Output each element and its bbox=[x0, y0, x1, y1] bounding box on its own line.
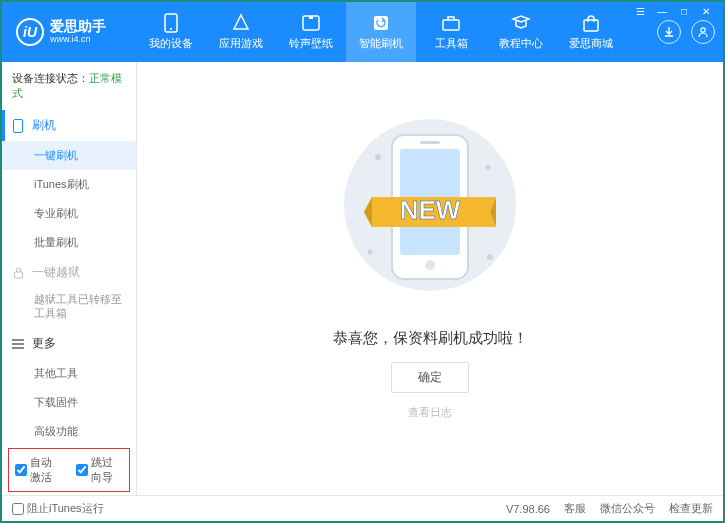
version-label: V7.98.66 bbox=[506, 503, 550, 515]
logo-icon: iU bbox=[16, 18, 44, 46]
logo-block: iU 爱思助手 www.i4.cn bbox=[16, 18, 136, 46]
nav-tutorials[interactable]: 教程中心 bbox=[486, 2, 556, 62]
maximize-icon[interactable]: □ bbox=[677, 6, 691, 17]
svg-rect-9 bbox=[14, 272, 22, 278]
svg-point-1 bbox=[170, 28, 172, 30]
nav-ringtones[interactable]: 铃声壁纸 bbox=[276, 2, 346, 62]
nav-label: 应用游戏 bbox=[219, 36, 263, 51]
svg-rect-4 bbox=[374, 16, 388, 30]
connection-status: 设备连接状态：正常模式 bbox=[2, 62, 136, 110]
new-banner-text: NEW bbox=[400, 195, 461, 225]
device-icon bbox=[160, 13, 182, 33]
section-jailbreak[interactable]: 一键越狱 bbox=[2, 257, 136, 288]
footer: 阻止iTunes运行 V7.98.66 客服 微信公众号 检查更新 bbox=[2, 495, 723, 521]
svg-point-17 bbox=[486, 165, 491, 170]
systray-icon[interactable]: ☰ bbox=[633, 6, 647, 17]
sidebar-advanced[interactable]: 高级功能 bbox=[2, 417, 136, 446]
nav-label: 爱思商城 bbox=[569, 36, 613, 51]
nav-label: 智能刷机 bbox=[359, 36, 403, 51]
check-update-link[interactable]: 检查更新 bbox=[669, 501, 713, 516]
wallpaper-icon bbox=[300, 13, 322, 33]
store-icon bbox=[580, 13, 602, 33]
svg-rect-5 bbox=[443, 20, 459, 30]
nav-store[interactable]: 爱思商城 bbox=[556, 2, 626, 62]
main-nav: 我的设备 应用游戏 铃声壁纸 智能刷机 工具箱 教程中心 bbox=[136, 2, 657, 62]
nav-label: 教程中心 bbox=[499, 36, 543, 51]
sidebar-other-tools[interactable]: 其他工具 bbox=[2, 359, 136, 388]
sidebar-one-click-flash[interactable]: 一键刷机 bbox=[2, 141, 136, 170]
section-more[interactable]: 更多 bbox=[2, 328, 136, 359]
app-title: 爱思助手 bbox=[50, 19, 106, 34]
auto-activate-checkbox[interactable]: 自动激活 bbox=[15, 455, 62, 485]
jailbreak-note: 越狱工具已转移至工具箱 bbox=[2, 288, 136, 328]
main-content: NEW 恭喜您，保资料刷机成功啦！ 确定 查看日志 bbox=[137, 62, 723, 495]
close-icon[interactable]: ✕ bbox=[699, 6, 713, 17]
svg-point-19 bbox=[368, 250, 373, 255]
sidebar-pro-flash[interactable]: 专业刷机 bbox=[2, 199, 136, 228]
sidebar: 设备连接状态：正常模式 刷机 一键刷机 iTunes刷机 专业刷机 批量刷机 一… bbox=[2, 62, 137, 495]
skip-guide-checkbox[interactable]: 跳过向导 bbox=[76, 455, 123, 485]
sidebar-batch-flash[interactable]: 批量刷机 bbox=[2, 228, 136, 257]
block-itunes-checkbox[interactable]: 阻止iTunes运行 bbox=[12, 501, 104, 516]
svg-point-7 bbox=[701, 28, 705, 32]
nav-toolbox[interactable]: 工具箱 bbox=[416, 2, 486, 62]
svg-point-16 bbox=[375, 154, 381, 160]
section-flash[interactable]: 刷机 bbox=[2, 110, 136, 141]
sidebar-itunes-flash[interactable]: iTunes刷机 bbox=[2, 170, 136, 199]
ok-button[interactable]: 确定 bbox=[391, 362, 469, 393]
download-button[interactable] bbox=[657, 20, 681, 44]
svg-point-14 bbox=[425, 260, 435, 270]
nav-label: 工具箱 bbox=[435, 36, 468, 51]
device-info[interactable]: iPhone 12 mini 64GB Down-12mini-13,1 bbox=[2, 494, 136, 495]
sidebar-download-firmware[interactable]: 下载固件 bbox=[2, 388, 136, 417]
more-icon bbox=[12, 338, 24, 350]
svg-point-18 bbox=[487, 254, 493, 260]
lock-icon bbox=[12, 267, 24, 279]
wechat-link[interactable]: 微信公众号 bbox=[600, 501, 655, 516]
nav-flash[interactable]: 智能刷机 bbox=[346, 2, 416, 62]
user-button[interactable] bbox=[691, 20, 715, 44]
svg-rect-15 bbox=[420, 141, 440, 144]
minimize-icon[interactable]: — bbox=[655, 6, 669, 17]
toolbox-icon bbox=[440, 13, 462, 33]
svg-rect-6 bbox=[584, 20, 598, 31]
success-illustration: NEW bbox=[330, 117, 530, 311]
nav-label: 我的设备 bbox=[149, 36, 193, 51]
phone-icon bbox=[12, 120, 24, 132]
options-highlight: 自动激活 跳过向导 bbox=[8, 448, 130, 492]
support-link[interactable]: 客服 bbox=[564, 501, 586, 516]
nav-apps[interactable]: 应用游戏 bbox=[206, 2, 276, 62]
nav-label: 铃声壁纸 bbox=[289, 36, 333, 51]
tutorial-icon bbox=[510, 13, 532, 33]
svg-rect-8 bbox=[14, 119, 23, 132]
app-url: www.i4.cn bbox=[50, 35, 106, 45]
topbar: iU 爱思助手 www.i4.cn 我的设备 应用游戏 铃声壁纸 智能刷机 bbox=[2, 2, 723, 62]
flash-icon bbox=[370, 13, 392, 33]
apps-icon bbox=[230, 13, 252, 33]
svg-rect-3 bbox=[309, 16, 313, 19]
nav-my-device[interactable]: 我的设备 bbox=[136, 2, 206, 62]
success-message: 恭喜您，保资料刷机成功啦！ bbox=[333, 329, 528, 348]
view-log-link[interactable]: 查看日志 bbox=[408, 405, 452, 420]
